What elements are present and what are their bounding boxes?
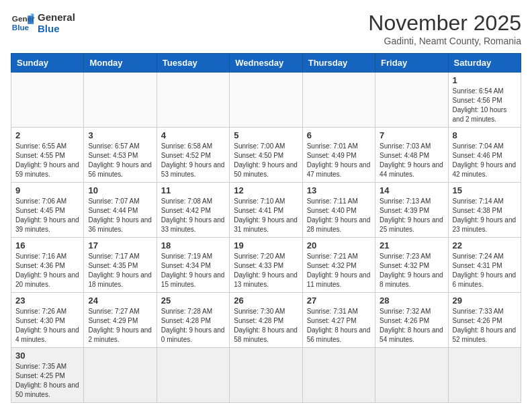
day-info: Sunrise: 7:04 AMSunset: 4:46 PMDaylight:… [453,142,517,179]
calendar-cell [157,73,229,128]
day-number: 13 [307,185,371,195]
day-info: Sunrise: 7:17 AMSunset: 4:35 PMDaylight:… [88,252,152,289]
calendar-cell [375,73,448,128]
day-number: 20 [307,240,371,250]
day-info: Sunrise: 7:03 AMSunset: 4:48 PMDaylight:… [380,142,443,179]
calendar-week-1: 1Sunrise: 6:54 AMSunset: 4:56 PMDaylight… [11,73,521,128]
subtitle: Gadinti, Neamt County, Romania [368,36,521,46]
day-number: 24 [88,295,152,306]
calendar-cell [157,348,229,403]
calendar-cell: 15Sunrise: 7:14 AMSunset: 4:38 PMDayligh… [448,183,521,238]
day-number: 12 [234,185,298,195]
calendar-cell: 7Sunrise: 7:03 AMSunset: 4:48 PMDaylight… [375,128,448,183]
calendar-cell: 10Sunrise: 7:07 AMSunset: 4:44 PMDayligh… [84,183,157,238]
day-header-saturday: Saturday [448,54,521,73]
day-info: Sunrise: 7:24 AMSunset: 4:31 PMDaylight:… [453,252,517,289]
day-number: 29 [453,295,517,306]
day-info: Sunrise: 7:16 AMSunset: 4:36 PMDaylight:… [15,252,79,289]
calendar-cell: 26Sunrise: 7:30 AMSunset: 4:28 PMDayligh… [230,293,302,348]
day-info: Sunrise: 7:32 AMSunset: 4:26 PMDaylight:… [380,307,443,345]
day-header-tuesday: Tuesday [157,54,229,73]
calendar: SundayMondayTuesdayWednesdayThursdayFrid… [11,53,521,403]
day-number: 19 [234,240,298,250]
calendar-cell [84,348,157,403]
day-info: Sunrise: 7:28 AMSunset: 4:28 PMDaylight:… [161,307,225,345]
day-header-thursday: Thursday [302,54,375,73]
month-title: November 2025 [368,11,521,36]
logo-general: General [38,11,75,23]
day-info: Sunrise: 7:11 AMSunset: 4:40 PMDaylight:… [307,197,371,234]
calendar-cell [448,348,521,403]
day-number: 10 [88,185,152,195]
calendar-week-2: 2Sunrise: 6:55 AMSunset: 4:55 PMDaylight… [11,128,521,183]
calendar-cell: 29Sunrise: 7:33 AMSunset: 4:26 PMDayligh… [448,293,521,348]
day-info: Sunrise: 7:14 AMSunset: 4:38 PMDaylight:… [453,197,517,234]
day-number: 25 [161,295,225,306]
day-info: Sunrise: 7:23 AMSunset: 4:32 PMDaylight:… [380,252,443,289]
day-info: Sunrise: 6:54 AMSunset: 4:56 PMDaylight:… [453,87,517,124]
svg-text:Blue: Blue [12,23,30,32]
day-info: Sunrise: 6:57 AMSunset: 4:53 PMDaylight:… [88,142,152,179]
calendar-cell: 14Sunrise: 7:13 AMSunset: 4:39 PMDayligh… [375,183,448,238]
day-number: 17 [88,240,152,250]
calendar-cell: 12Sunrise: 7:10 AMSunset: 4:41 PMDayligh… [230,183,302,238]
logo-icon: General Blue [11,11,35,35]
svg-marker-2 [28,15,34,24]
day-info: Sunrise: 7:33 AMSunset: 4:26 PMDaylight:… [453,307,517,345]
day-number: 2 [15,130,79,140]
calendar-cell [230,348,302,403]
calendar-week-3: 9Sunrise: 7:06 AMSunset: 4:45 PMDaylight… [11,183,521,238]
day-number: 21 [380,240,443,250]
calendar-cell: 8Sunrise: 7:04 AMSunset: 4:46 PMDaylight… [448,128,521,183]
calendar-header-row: SundayMondayTuesdayWednesdayThursdayFrid… [11,54,521,73]
calendar-cell [375,348,448,403]
day-info: Sunrise: 7:10 AMSunset: 4:41 PMDaylight:… [234,197,298,234]
calendar-cell: 2Sunrise: 6:55 AMSunset: 4:55 PMDaylight… [11,128,84,183]
day-info: Sunrise: 7:30 AMSunset: 4:28 PMDaylight:… [234,307,298,345]
day-info: Sunrise: 7:31 AMSunset: 4:27 PMDaylight:… [307,307,371,345]
calendar-cell: 23Sunrise: 7:26 AMSunset: 4:30 PMDayligh… [11,293,84,348]
day-info: Sunrise: 6:55 AMSunset: 4:55 PMDaylight:… [15,142,79,179]
calendar-cell: 18Sunrise: 7:19 AMSunset: 4:34 PMDayligh… [157,238,229,293]
day-header-friday: Friday [375,54,448,73]
calendar-cell: 19Sunrise: 7:20 AMSunset: 4:33 PMDayligh… [230,238,302,293]
day-header-monday: Monday [84,54,157,73]
day-number: 1 [453,75,517,85]
calendar-cell: 11Sunrise: 7:08 AMSunset: 4:42 PMDayligh… [157,183,229,238]
day-number: 11 [161,185,225,195]
day-number: 7 [380,130,443,140]
calendar-cell [84,73,157,128]
calendar-cell: 17Sunrise: 7:17 AMSunset: 4:35 PMDayligh… [84,238,157,293]
calendar-cell [302,348,375,403]
header: General Blue General Blue November 2025 … [11,11,521,46]
day-number: 22 [453,240,517,250]
calendar-cell: 22Sunrise: 7:24 AMSunset: 4:31 PMDayligh… [448,238,521,293]
title-section: November 2025 Gadinti, Neamt County, Rom… [368,11,521,46]
day-number: 16 [15,240,79,250]
calendar-cell: 20Sunrise: 7:21 AMSunset: 4:32 PMDayligh… [302,238,375,293]
day-info: Sunrise: 7:21 AMSunset: 4:32 PMDaylight:… [307,252,371,289]
day-number: 6 [307,130,371,140]
day-header-wednesday: Wednesday [230,54,302,73]
day-header-sunday: Sunday [11,54,84,73]
calendar-cell: 13Sunrise: 7:11 AMSunset: 4:40 PMDayligh… [302,183,375,238]
day-number: 27 [307,295,371,306]
day-number: 14 [380,185,443,195]
calendar-week-6: 30Sunrise: 7:35 AMSunset: 4:25 PMDayligh… [11,348,521,403]
calendar-cell: 21Sunrise: 7:23 AMSunset: 4:32 PMDayligh… [375,238,448,293]
calendar-cell: 25Sunrise: 7:28 AMSunset: 4:28 PMDayligh… [157,293,229,348]
calendar-cell: 1Sunrise: 6:54 AMSunset: 4:56 PMDaylight… [448,73,521,128]
day-info: Sunrise: 7:19 AMSunset: 4:34 PMDaylight:… [161,252,225,289]
day-number: 15 [453,185,517,195]
day-info: Sunrise: 6:58 AMSunset: 4:52 PMDaylight:… [161,142,225,179]
calendar-cell: 27Sunrise: 7:31 AMSunset: 4:27 PMDayligh… [302,293,375,348]
calendar-cell: 6Sunrise: 7:01 AMSunset: 4:49 PMDaylight… [302,128,375,183]
day-number: 4 [161,130,225,140]
day-info: Sunrise: 7:07 AMSunset: 4:44 PMDaylight:… [88,197,152,234]
day-info: Sunrise: 7:06 AMSunset: 4:45 PMDaylight:… [15,197,79,234]
calendar-cell: 9Sunrise: 7:06 AMSunset: 4:45 PMDaylight… [11,183,84,238]
day-info: Sunrise: 7:08 AMSunset: 4:42 PMDaylight:… [161,197,225,234]
day-number: 5 [234,130,298,140]
day-number: 3 [88,130,152,140]
day-info: Sunrise: 7:27 AMSunset: 4:29 PMDaylight:… [88,307,152,345]
